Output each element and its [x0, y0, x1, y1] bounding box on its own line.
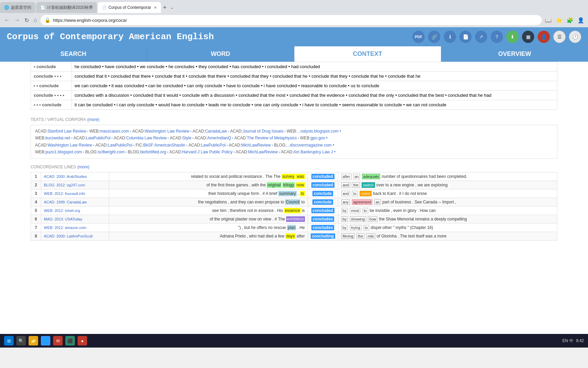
taskbar-folder[interactable]: 📁 [29, 336, 38, 346]
collocate-key: • • conclude [31, 81, 72, 91]
new-tab-button[interactable]: + [161, 4, 169, 11]
row-source[interactable]: ACAD: 2000: ArabStudies [41, 172, 109, 181]
highlight-token[interactable]: now [296, 182, 305, 188]
row-source[interactable]: WEB: 2012: foucault.info [41, 189, 109, 198]
row-center-word[interactable]: concludes [308, 223, 338, 232]
pdf-icon[interactable]: PDF [412, 31, 425, 43]
highlight-token[interactable]: to [300, 191, 305, 196]
highlight-token[interactable]: trilogy [282, 182, 295, 188]
home-button[interactable]: ⌂ [32, 16, 38, 25]
token-box[interactable]: trying [350, 225, 362, 230]
highlight-token[interactable]: was [296, 174, 305, 179]
help-icon[interactable]: ? [491, 31, 503, 43]
token-box[interactable]: how [368, 216, 377, 222]
taskbar-icon-4[interactable]: ⬛ [65, 336, 75, 346]
tab-word[interactable]: WORD [147, 46, 294, 62]
token-box[interactable]: by [341, 208, 348, 213]
token-box[interactable]: to [352, 191, 358, 196]
url-text: https://www.english-corpora.org/coca/ [53, 18, 538, 23]
taskbar-icon-5[interactable]: ● [78, 336, 87, 346]
highlight-token[interactable]: days [285, 233, 295, 239]
token-box[interactable]: by [341, 216, 348, 222]
token-box[interactable]: as [374, 199, 381, 205]
highlight-token[interactable]: plan [287, 225, 296, 230]
token-box-pink[interactable]: agreement [352, 199, 373, 205]
token-box[interactable]: the [357, 233, 364, 239]
forward-button[interactable]: → [13, 16, 21, 25]
token-box[interactable]: the [352, 182, 360, 188]
highlight-token[interactable]: essence [284, 208, 301, 213]
highlight-token[interactable]: Council [285, 199, 300, 205]
token-box[interactable]: after [341, 174, 352, 179]
tab-1-icon: 🌐 [4, 5, 9, 10]
token-box[interactable]: an [353, 174, 360, 179]
user-icon[interactable]: 👤 [538, 31, 550, 43]
taskbar-mail[interactable]: ✉ [53, 336, 63, 346]
download-icon[interactable]: ⬇ [506, 31, 519, 43]
collocate-row: conclude • • • concluded that it • concl… [31, 72, 557, 81]
list-icon[interactable]: ☰ [553, 31, 566, 43]
token-box-green[interactable]: adequate [362, 174, 380, 179]
refresh-button[interactable]: ↻ [23, 16, 30, 25]
row-center-word[interactable]: conclude [308, 189, 338, 198]
token-box[interactable]: and [341, 182, 350, 188]
tab-overview[interactable]: OVERVIEW [441, 46, 588, 62]
row-center-word[interactable]: concluding [308, 232, 338, 240]
tab-context[interactable]: CONTEXT [294, 46, 441, 62]
highlight-token[interactable]: exhibition [286, 216, 305, 222]
row-center-word[interactable]: concludes [308, 215, 338, 223]
row-source[interactable]: ACAD: 1999: CanadaLaw [41, 198, 109, 206]
token-box[interactable]: and [341, 191, 350, 196]
history-icon[interactable]: 🕐 [569, 31, 581, 43]
collocates-table: • conclude he concluded • have concluded… [31, 62, 557, 110]
row-source[interactable]: ACAD: 2000: LatAmPonScult [41, 232, 109, 240]
extensions-button[interactable]: 🧩 [566, 16, 574, 25]
row-center-word[interactable]: concluded [308, 206, 338, 215]
row-source[interactable]: BLOG: 2012: vg247.com [41, 181, 109, 189]
row-center-word[interactable]: concluded [308, 172, 338, 181]
share-icon[interactable]: 🔗 [428, 31, 440, 43]
reader-view-button[interactable]: 📖 [544, 16, 553, 25]
token-box-orange[interactable]: come [360, 191, 372, 196]
highlight-token[interactable]: original [267, 182, 281, 188]
token-box[interactable]: filming [341, 233, 355, 239]
token-box[interactable]: to [362, 208, 368, 213]
highlight-token[interactable]: survey [282, 174, 295, 179]
token-box[interactable]: any [341, 199, 350, 205]
tab-3-close[interactable]: ✕ [154, 5, 157, 10]
row-source[interactable]: MAG: 2013: USAToday [41, 215, 109, 223]
back-button[interactable]: ← [3, 16, 11, 25]
tab-chevron-icon[interactable]: ⌄ [169, 5, 175, 10]
bookmark-button[interactable]: ⭐ [555, 16, 564, 25]
taskbar-browser[interactable]: 🌐 [41, 336, 50, 346]
row-source[interactable]: WEB: 2012: amazon.com [41, 223, 109, 232]
browser-tab-3[interactable]: 📄 Corpus of Contemporar ✕ [98, 2, 161, 13]
export-icon[interactable]: ↗ [475, 31, 487, 43]
grid-icon[interactable]: ▦ [522, 31, 534, 43]
token-box-teal[interactable]: switch [362, 182, 375, 188]
browser-tab-2[interactable]: 📄 计算机辅助翻译2020秋季 [36, 2, 97, 13]
nav-tabs: SEARCH WORD CONTEXT OVERVIEW [0, 46, 588, 62]
row-source[interactable]: WEB: 2012: iclnet.org [41, 206, 109, 215]
highlight-token[interactable]: summary [278, 191, 296, 196]
row-center-word[interactable]: conclude [308, 198, 338, 206]
address-bar[interactable]: 🔒 https://www.english-corpora.org/coca/ [40, 15, 542, 25]
row-left-context: the negotiations , and they can even pro… [109, 198, 308, 206]
start-button[interactable]: ⊞ [4, 336, 14, 346]
plain-token: . He [297, 225, 305, 230]
token-box[interactable]: most [350, 208, 361, 213]
plain-token: The [274, 174, 281, 179]
token-box[interactable]: role [366, 233, 375, 239]
token-box[interactable]: to [363, 225, 369, 230]
token-box[interactable]: by [341, 225, 348, 230]
document-icon[interactable]: 📄 [459, 31, 472, 43]
row-center-word[interactable]: concluded [308, 181, 338, 189]
tab-3-label: Corpus of Contemporar [109, 5, 151, 10]
browser-tab-1[interactable]: 🌐 超星星空间 [0, 2, 35, 13]
tab-1-label: 超星星空间 [11, 5, 31, 11]
profile-button[interactable]: 👤 [576, 16, 585, 25]
search-taskbar[interactable]: 🔍 [16, 336, 26, 346]
token-box[interactable]: showing [350, 216, 366, 222]
info-icon[interactable]: ℹ [444, 31, 456, 43]
tab-search[interactable]: SEARCH [0, 46, 147, 62]
